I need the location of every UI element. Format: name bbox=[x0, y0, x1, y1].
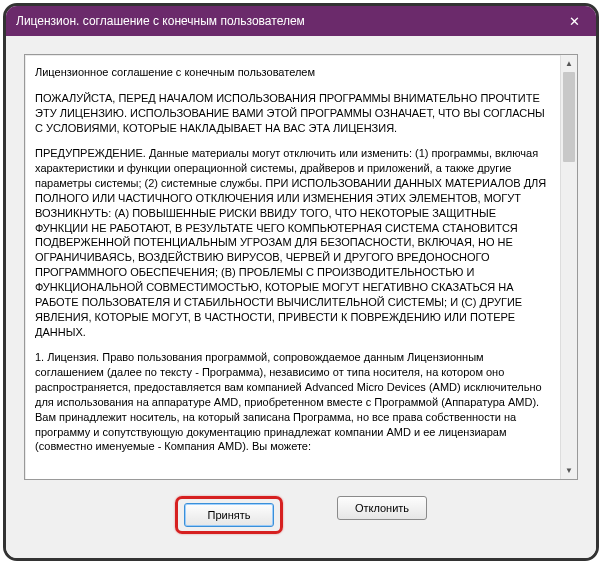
eula-heading: Лицензионное соглашение с конечным польз… bbox=[35, 65, 552, 80]
window-title: Лицензион. соглашение с конечным пользов… bbox=[16, 14, 305, 28]
highlight-annotation: Принять bbox=[175, 496, 283, 534]
close-icon: ✕ bbox=[569, 14, 580, 29]
content-area: Лицензионное соглашение с конечным польз… bbox=[6, 36, 596, 558]
eula-content[interactable]: Лицензионное соглашение с конечным польз… bbox=[25, 55, 560, 479]
scroll-thumb[interactable] bbox=[563, 72, 575, 162]
dialog-window: Лицензион. соглашение с конечным пользов… bbox=[6, 6, 596, 558]
scroll-track[interactable] bbox=[561, 72, 577, 462]
close-button[interactable]: ✕ bbox=[552, 6, 596, 36]
eula-paragraph: 1. Лицензия. Право пользования программо… bbox=[35, 350, 552, 454]
eula-paragraph: ПРЕДУПРЕЖДЕНИЕ. Данные материалы могут о… bbox=[35, 146, 552, 339]
scroll-up-button[interactable]: ▲ bbox=[561, 55, 577, 72]
decline-button[interactable]: Отклонить bbox=[337, 496, 427, 520]
accept-button[interactable]: Принять bbox=[184, 503, 274, 527]
button-row: Принять Отклонить bbox=[24, 480, 578, 540]
scrollbar: ▲ ▼ bbox=[560, 55, 577, 479]
chevron-down-icon: ▼ bbox=[565, 466, 573, 475]
window-frame: Лицензион. соглашение с конечным пользов… bbox=[3, 3, 599, 561]
scroll-down-button[interactable]: ▼ bbox=[561, 462, 577, 479]
eula-textbox: Лицензионное соглашение с конечным польз… bbox=[24, 54, 578, 480]
eula-paragraph: ПОЖАЛУЙСТА, ПЕРЕД НАЧАЛОМ ИСПОЛЬЗОВАНИЯ … bbox=[35, 91, 552, 136]
titlebar: Лицензион. соглашение с конечным пользов… bbox=[6, 6, 596, 36]
chevron-up-icon: ▲ bbox=[565, 59, 573, 68]
